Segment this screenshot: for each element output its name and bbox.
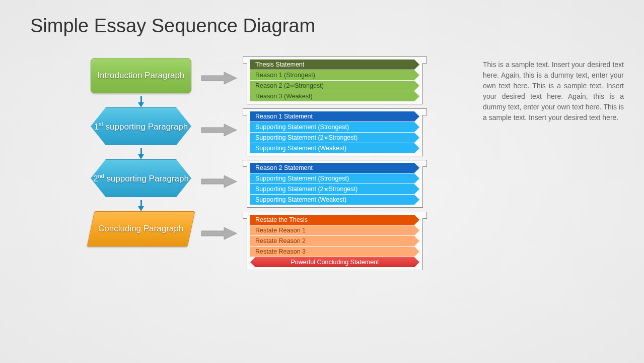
support-row: Supporting Statement (2nd Strongest) (250, 133, 419, 143)
reason2-header: Reason 2 Statement (250, 163, 419, 173)
thesis-detail: Thesis Statement Reason 1 (Strongest) Re… (247, 56, 423, 104)
reason-row: Reason 1 (Strongest) (250, 70, 419, 80)
right-arrow-icon (199, 123, 239, 138)
concluding-statement: Powerful Concluding Statement (250, 257, 419, 267)
support-row: Supporting Statement (2nd Strongest) (250, 184, 419, 194)
flowchart: Introduction Paragraph 1st supporting Pa… (91, 58, 191, 247)
support-row: Supporting Statement (Strongest) (250, 173, 419, 184)
supporting-1-box: 1st supporting Paragraph (91, 107, 191, 145)
down-arrow (91, 197, 191, 211)
concluding-box: Concluding Paragraph (87, 211, 195, 247)
restate-row: Restate Reason 3 (250, 247, 419, 257)
intro-box: Introduction Paragraph (91, 58, 191, 93)
support-row: Supporting Statement (Weakest) (250, 195, 419, 205)
support-row: Supporting Statement (Weakest) (250, 143, 419, 153)
right-arrow-icon (199, 71, 239, 86)
page-title: Simple Essay Sequence Diagram (30, 15, 315, 37)
right-arrow-icon (199, 174, 239, 189)
conclusion-detail: Restate the Thesis Restate Reason 1 Rest… (247, 212, 423, 270)
reason-row: Reason 2 (2nd Strongest) (250, 81, 419, 91)
reason1-header: Reason 1 Statement (250, 111, 419, 122)
reason2-detail: Reason 2 Statement Supporting Statement … (247, 160, 423, 208)
restate-header: Restate the Thesis (250, 215, 419, 225)
reason1-detail: Reason 1 Statement Supporting Statement … (247, 108, 423, 156)
restate-row: Restate Reason 2 (250, 236, 419, 246)
restate-row: Restate Reason 1 (250, 225, 419, 235)
down-arrow (91, 93, 191, 107)
right-arrow-icon (199, 226, 239, 241)
reason-row: Reason 3 (Weakest) (250, 91, 419, 101)
sidebar-text: This is a sample text. Insert your desir… (483, 59, 624, 123)
thesis-header: Thesis Statement (250, 59, 419, 70)
support-row: Supporting Statement (Strongest) (250, 122, 419, 132)
down-arrow (91, 145, 191, 159)
supporting-2-box: 2nd supporting Paragraph (91, 159, 191, 197)
